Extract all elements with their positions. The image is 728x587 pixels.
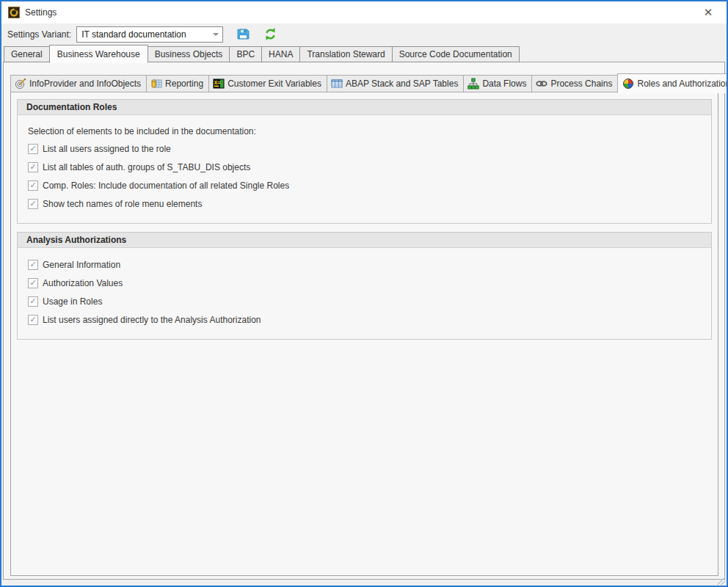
tree-hierarchy-icon: [467, 78, 479, 90]
settings-window: Settings ✕ Settings Variant: IT standard…: [0, 0, 728, 587]
checkbox-label: Comp. Roles: Include documentation of al…: [43, 181, 289, 191]
variant-label: Settings Variant:: [7, 29, 71, 40]
variables-icon: X=: [213, 78, 225, 90]
refresh-icon: [263, 27, 277, 41]
save-button[interactable]: [236, 27, 250, 41]
checkbox-label: List all tables of auth. groups of S_TAB…: [43, 162, 250, 172]
close-icon: ✕: [704, 6, 713, 19]
checkbox-general-information[interactable]: ✓: [28, 260, 38, 270]
checkbox-row: ✓ Show tech names of role menu elements: [28, 194, 711, 213]
checkbox-show-tech-names[interactable]: ✓: [28, 199, 38, 209]
chain-links-icon: [536, 78, 547, 90]
close-button[interactable]: ✕: [696, 3, 720, 22]
checkbox-authorization-values[interactable]: ✓: [28, 278, 38, 288]
color-pie-icon: [622, 78, 634, 90]
tab-business-objects[interactable]: Business Objects: [148, 46, 230, 62]
checkbox-label: Authorization Values: [43, 278, 123, 288]
roles-authorizations-panel: Documentation Roles Selection of element…: [10, 92, 718, 576]
resize-grip[interactable]: [717, 577, 725, 585]
checkbox-list-users-analysis-auth[interactable]: ✓: [28, 315, 38, 325]
cylinder-table-icon: [150, 78, 162, 90]
variant-toolbar: Settings Variant: IT standard documentat…: [1, 23, 727, 45]
checkmark-icon: ✓: [29, 163, 36, 171]
checkmark-icon: ✓: [29, 145, 36, 153]
documentation-roles-groupbox: Documentation Roles Selection of element…: [17, 99, 712, 224]
checkbox-list-tables-auth-groups[interactable]: ✓: [28, 162, 38, 172]
checkbox-label: List users assigned directly to the Anal…: [43, 315, 261, 325]
checkbox-label: Usage in Roles: [43, 296, 102, 307]
app-icon: [8, 7, 20, 18]
checkbox-row: ✓ List all tables of auth. groups of S_T…: [28, 158, 711, 176]
business-warehouse-panel: InfoProvider and InfoObjects Reporting: [3, 62, 725, 580]
checkmark-icon: ✓: [29, 297, 36, 305]
analysis-authorizations-groupbox: Analysis Authorizations ✓ General Inform…: [17, 232, 712, 340]
target-dart-icon: [15, 78, 26, 90]
subtab-customer-exit-variables[interactable]: X= Customer Exit Variables: [208, 75, 327, 92]
checkmark-icon: ✓: [29, 316, 36, 324]
section-title: Analysis Authorizations: [18, 233, 711, 248]
svg-text:X=: X=: [214, 80, 222, 86]
checkbox-label: List all users assigned to the role: [43, 144, 171, 154]
tab-hana[interactable]: HANA: [261, 46, 300, 62]
tab-bpc[interactable]: BPC: [229, 46, 262, 62]
dropdown-arrow-icon: [209, 33, 222, 36]
checkbox-list-users-role[interactable]: ✓: [28, 144, 38, 154]
checkbox-row: ✓ General Information: [28, 255, 711, 274]
subtab-reporting[interactable]: Reporting: [146, 75, 209, 92]
subtab-abap-stack[interactable]: ABAP Stack and SAP Tables: [327, 75, 464, 92]
tab-source-code-documentation[interactable]: Source Code Documentation: [392, 46, 520, 62]
main-tab-strip: General Business Warehouse Business Obje…: [4, 44, 520, 62]
section-intro: Selection of elements to be included in …: [28, 126, 711, 136]
variant-value: IT standard documentation: [77, 29, 209, 40]
subtab-infoprovider[interactable]: InfoProvider and InfoObjects: [10, 75, 147, 92]
tab-business-warehouse[interactable]: Business Warehouse: [49, 45, 148, 63]
checkbox-usage-in-roles[interactable]: ✓: [28, 296, 38, 307]
title-bar: Settings ✕: [1, 1, 727, 23]
checkbox-label: General Information: [43, 260, 120, 270]
checkmark-icon: ✓: [29, 279, 36, 287]
checkmark-icon: ✓: [29, 200, 36, 208]
floppy-disk-icon: [236, 27, 250, 41]
section-title: Documentation Roles: [18, 100, 711, 115]
subtab-process-chains[interactable]: Process Chains: [531, 75, 618, 92]
subtab-data-flows[interactable]: Data Flows: [463, 75, 532, 92]
checkmark-icon: ✓: [29, 260, 36, 269]
blue-table-icon: [331, 78, 343, 90]
checkbox-row: ✓ Authorization Values: [28, 274, 711, 292]
subtab-roles-authorizations[interactable]: Roles and Authorizations: [617, 73, 728, 93]
checkbox-row: ✓ Usage in Roles: [28, 292, 711, 310]
tab-general[interactable]: General: [4, 46, 50, 62]
checkbox-row: ✓ Comp. Roles: Include documentation of …: [28, 176, 711, 194]
checkbox-comp-roles[interactable]: ✓: [28, 181, 38, 191]
refresh-button[interactable]: [263, 27, 277, 41]
checkbox-label: Show tech names of role menu elements: [43, 199, 202, 209]
checkbox-row: ✓ List all users assigned to the role: [28, 139, 711, 158]
checkbox-row: ✓ List users assigned directly to the An…: [28, 310, 711, 329]
tab-translation-steward[interactable]: Translation Steward: [299, 46, 392, 62]
variant-dropdown[interactable]: IT standard documentation: [76, 26, 223, 43]
sub-tab-strip: InfoProvider and InfoObjects Reporting: [10, 73, 728, 92]
checkmark-icon: ✓: [29, 181, 36, 189]
window-title: Settings: [25, 7, 57, 18]
